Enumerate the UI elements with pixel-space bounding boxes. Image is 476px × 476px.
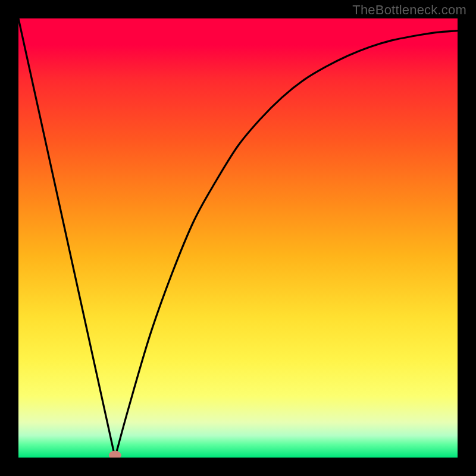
gradient-plot-background — [18, 18, 458, 458]
watermark-label: TheBottleneck.com — [352, 2, 466, 18]
chart-frame: TheBottleneck.com — [0, 0, 476, 476]
